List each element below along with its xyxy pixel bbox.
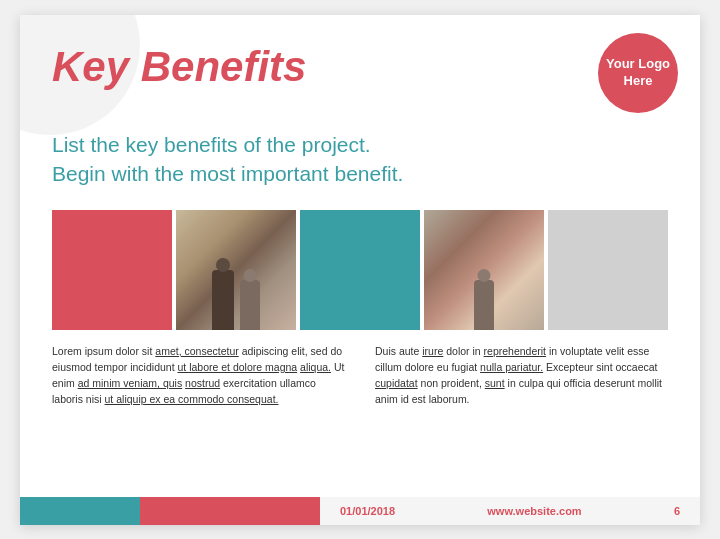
image-block-5 [548, 210, 668, 330]
image-block-3 [300, 210, 420, 330]
slide: Your Logo Here Key Benefits List the key… [20, 15, 700, 525]
text-column-1: Lorem ipsum dolor sit amet, consectetur … [52, 343, 345, 408]
page-title: Key Benefits [52, 43, 306, 91]
footer-red-bar [140, 497, 320, 525]
footer: 01/01/2018 www.website.com 6 [20, 497, 700, 525]
image-block-4 [424, 210, 544, 330]
text-column-2: Duis aute irure dolor in reprehenderit i… [375, 343, 668, 408]
image-block-1 [52, 210, 172, 330]
footer-page: 6 [674, 505, 680, 517]
logo-text: Your Logo Here [598, 56, 678, 90]
footer-info: 01/01/2018 www.website.com 6 [320, 497, 700, 525]
footer-date: 01/01/2018 [340, 505, 395, 517]
subtitle-line2: Begin with the most important benefit. [52, 159, 580, 188]
subtitle-line1: List the key benefits of the project. [52, 130, 580, 159]
footer-teal-bar [20, 497, 140, 525]
image-block-2 [176, 210, 296, 330]
subtitle: List the key benefits of the project. Be… [52, 130, 580, 189]
logo-circle: Your Logo Here [598, 33, 678, 113]
image-row [52, 210, 668, 330]
text-columns: Lorem ipsum dolor sit amet, consectetur … [52, 343, 668, 408]
footer-url: www.website.com [487, 505, 581, 517]
